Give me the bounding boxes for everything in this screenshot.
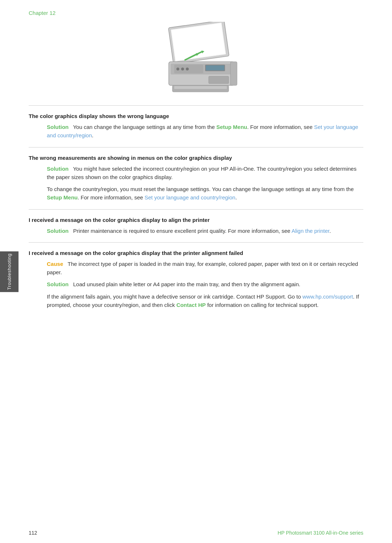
section-wrong-measurements-solution: Solution You might have selected the inc… bbox=[47, 165, 363, 182]
svg-point-15 bbox=[181, 68, 184, 70]
language-region-link-2[interactable]: Set your language and country/region bbox=[144, 194, 235, 200]
hp-support-link[interactable]: www.hp.com/support bbox=[302, 293, 353, 300]
svg-point-14 bbox=[176, 68, 179, 70]
solution-label-2: Solution bbox=[47, 166, 69, 172]
section-align-printer: I received a message on the color graphi… bbox=[0, 217, 392, 235]
section-title-color-language: The color graphics display shows the wro… bbox=[29, 113, 363, 119]
section-alignment-failed-detail: If the alignment fails again, you might … bbox=[47, 292, 363, 309]
footer: 112 HP Photosmart 3100 All-in-One series bbox=[0, 530, 392, 536]
section-alignment-failed-cause: Cause The incorrect type of paper is loa… bbox=[47, 260, 363, 277]
footer-page-number: 112 bbox=[29, 530, 37, 536]
section-title-alignment-failed: I received a message on the color graphi… bbox=[29, 250, 363, 256]
sidebar-tab: Troubleshooting bbox=[0, 251, 19, 292]
solution-label-3: Solution bbox=[47, 228, 69, 234]
divider-2 bbox=[29, 147, 363, 147]
svg-rect-18 bbox=[230, 62, 237, 85]
svg-rect-11 bbox=[206, 65, 224, 70]
section-title-align-printer: I received a message on the color graphi… bbox=[29, 217, 363, 223]
contact-hp-link[interactable]: Contact HP bbox=[176, 302, 206, 308]
solution-label-4: Solution bbox=[47, 281, 69, 287]
svg-rect-17 bbox=[209, 76, 229, 84]
section-alignment-failed: I received a message on the color graphi… bbox=[0, 250, 392, 309]
section-alignment-failed-solution: Solution Load unused plain white letter … bbox=[47, 280, 363, 288]
language-region-link-1[interactable]: Set your language and country/region bbox=[47, 124, 358, 138]
chapter-label: Chapter 12 bbox=[29, 10, 56, 16]
align-printer-link[interactable]: Align the printer bbox=[291, 228, 329, 234]
solution-label-1: Solution bbox=[47, 124, 69, 130]
divider-3 bbox=[29, 209, 363, 210]
section-color-language: The color graphics display shows the wro… bbox=[0, 113, 392, 140]
section-align-printer-solution: Solution Printer maintenance is required… bbox=[47, 227, 363, 235]
cause-label-1: Cause bbox=[47, 261, 63, 267]
section-color-language-solution: Solution You can change the language set… bbox=[47, 123, 363, 140]
footer-product-name: HP Photosmart 3100 All-in-One series bbox=[278, 530, 363, 536]
setup-menu-link-1[interactable]: Setup Menu bbox=[216, 124, 247, 130]
divider-1 bbox=[29, 105, 363, 106]
divider-4 bbox=[29, 242, 363, 243]
printer-illustration bbox=[0, 22, 392, 94]
section-wrong-measurements: The wrong measurements are showing in me… bbox=[0, 155, 392, 202]
setup-menu-link-2[interactable]: Setup Menu bbox=[47, 194, 78, 200]
svg-point-16 bbox=[186, 68, 189, 70]
section-wrong-measurements-detail: To change the country/region, you must r… bbox=[47, 185, 363, 202]
svg-rect-13 bbox=[174, 86, 227, 89]
section-title-wrong-measurements: The wrong measurements are showing in me… bbox=[29, 155, 363, 161]
